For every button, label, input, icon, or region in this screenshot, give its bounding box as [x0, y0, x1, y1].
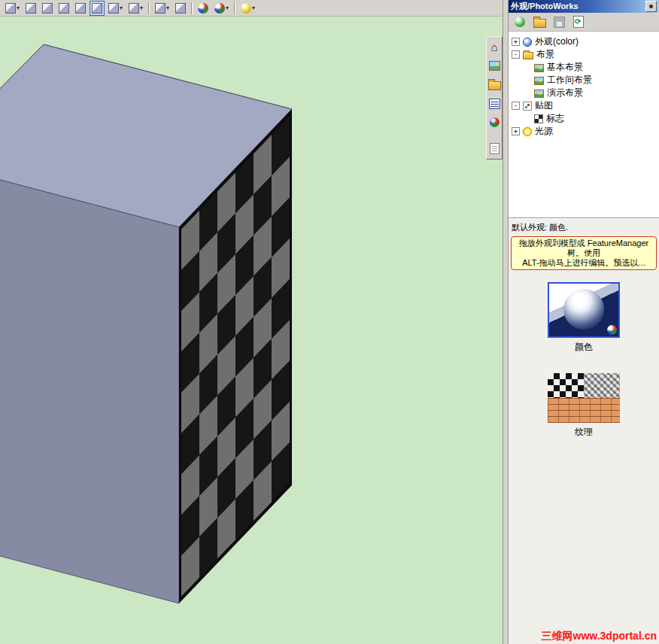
appearance-color-icon [523, 38, 532, 47]
section-view-button[interactable]: ▾ [126, 1, 145, 16]
tree-expander-icon[interactable]: + [512, 127, 520, 135]
dropdown-arrow-icon: ▾ [140, 5, 143, 11]
photoworks-preview-button[interactable] [487, 58, 503, 74]
tree-item-scenes[interactable]: -布景 [509, 48, 659, 61]
decals-icon [523, 102, 532, 111]
tree-item-logos[interactable]: 标志 [509, 112, 659, 125]
photoworks-open-icon [488, 81, 501, 90]
texture-preview[interactable]: 纹理 [509, 373, 659, 439]
graphics-viewport[interactable]: ⌂ [0, 17, 503, 644]
tree-item-label: 基本布景 [547, 61, 583, 74]
appearance-target-icon [241, 3, 251, 14]
chrome-sphere-icon [563, 289, 604, 330]
tree-item-presentation-scenes[interactable]: 演示布景 [509, 87, 659, 99]
toolbar-separator [148, 2, 150, 14]
tree-item-basic-scenes[interactable]: 基本布景 [509, 61, 659, 74]
viewport-3d[interactable] [0, 17, 503, 644]
hidden-lines-removed-button[interactable] [56, 1, 71, 16]
view-orientation-button[interactable]: ▾ [3, 1, 22, 16]
hint-line-3: ALT-拖动马上进行编辑。预选以... [512, 258, 655, 268]
photoworks-layout-button[interactable] [487, 96, 503, 111]
photoworks-render-area-button[interactable]: ▾ [212, 1, 231, 16]
presentation-scenes-icon [534, 90, 544, 98]
color-preview-label: 颜色 [509, 341, 659, 354]
photoworks-render-button[interactable] [196, 1, 211, 16]
camera-views-button[interactable] [173, 1, 188, 16]
panel-toolbar [509, 13, 659, 32]
dropdown-arrow-icon: ▾ [226, 5, 229, 11]
tree-item-decals[interactable]: -贴图 [509, 99, 659, 112]
view-orientation-icon [5, 3, 16, 14]
standard-views-button[interactable]: ▾ [153, 1, 172, 16]
update-preview-icon [573, 16, 584, 28]
texture-preview-image [548, 373, 620, 423]
toolbar-separator [234, 2, 235, 14]
shadows-in-shaded-mode-button[interactable]: ▾ [106, 1, 125, 16]
open-archive-icon [533, 19, 546, 28]
default-appearance-label: 默认外观: 颜色. [509, 219, 659, 235]
texture-preview-label: 纹理 [509, 426, 659, 439]
model-box[interactable] [0, 44, 292, 603]
hidden-lines-visible-button[interactable] [40, 1, 55, 16]
save-button[interactable] [550, 14, 568, 30]
tree-item-label: 光源 [535, 125, 553, 138]
photoworks-side-toolbar: ⌂ [486, 36, 503, 159]
color-preview[interactable]: 颜色 [509, 282, 659, 354]
wireframe-button[interactable] [23, 1, 38, 16]
brick-swatch-icon [548, 398, 620, 423]
tree-expander-icon[interactable]: - [512, 50, 520, 59]
toolbar-separator [191, 2, 193, 14]
appearance-target-button[interactable]: ▾ [238, 1, 257, 16]
photoworks-colors-icon [490, 117, 500, 127]
scenes-icon [523, 52, 533, 59]
tree-item-label: 标志 [546, 112, 564, 125]
save-icon [554, 17, 565, 28]
wireframe-icon [26, 3, 36, 14]
hint-note: 拖放外观到模型或 FeatureManager 树。使用 ALT-拖动马上进行编… [511, 236, 657, 270]
tree-item-studio-scenes[interactable]: 工作间布景 [509, 74, 659, 87]
application-window: ▾▾▾▾▾▾ ⌂ 外观/PhotoWorks +外观(color)-布景基本布景… [0, 0, 659, 644]
tree-item-label: 贴图 [535, 99, 553, 112]
pin-icon [649, 5, 653, 8]
tree-expander-icon[interactable]: - [512, 102, 520, 110]
hint-line-2: 树。使用 [512, 248, 655, 258]
tree-item-lights[interactable]: +光源 [509, 125, 659, 138]
panel-pin-button[interactable] [645, 1, 657, 12]
update-preview-button[interactable] [569, 14, 588, 30]
dropdown-arrow-icon: ▾ [17, 5, 20, 11]
tree-item-label: 演示布景 [547, 87, 583, 99]
open-archive-button[interactable] [530, 14, 548, 30]
photoworks-render-icon [198, 3, 208, 14]
basic-scenes-icon [534, 64, 544, 72]
tree-item-label: 布景 [536, 48, 554, 61]
photoworks-render-area-icon [214, 3, 225, 14]
box-left-face[interactable] [0, 161, 179, 603]
panel-splitter[interactable] [503, 0, 509, 644]
shaded-button[interactable] [90, 1, 105, 16]
camera-views-icon [175, 3, 186, 14]
photoworks-colors-button[interactable] [487, 114, 503, 130]
shadows-in-shaded-mode-icon [108, 3, 119, 14]
tree-item-appearance-color[interactable]: +外观(color) [509, 35, 659, 48]
photoworks-open-button[interactable] [487, 77, 503, 93]
tree-item-label: 工作间布景 [547, 74, 592, 87]
photoworks-home-button[interactable]: ⌂ [487, 39, 503, 55]
shaded-with-edges-icon [75, 3, 86, 14]
checker-swatch-icon [548, 373, 584, 398]
photoworks-notes-icon [490, 143, 500, 154]
panel-title-bar: 外观/PhotoWorks [509, 0, 659, 13]
shaded-icon [92, 3, 102, 14]
studio-scenes-icon [534, 77, 544, 85]
add-appearance-icon [515, 17, 525, 27]
add-appearance-button[interactable] [511, 14, 529, 30]
dropdown-arrow-icon: ▾ [252, 5, 255, 11]
appearance-tree: +外观(color)-布景基本布景工作间布景演示布景-贴图标志+光源 [509, 32, 659, 218]
hidden-lines-visible-icon [42, 3, 53, 14]
tree-expander-icon[interactable]: + [512, 38, 520, 46]
photoworks-notes-button[interactable] [487, 141, 503, 156]
main-area: ▾▾▾▾▾▾ ⌂ [0, 0, 503, 644]
dropdown-arrow-icon: ▾ [120, 5, 123, 11]
standard-views-icon [155, 3, 166, 14]
section-view-icon [129, 3, 139, 14]
shaded-with-edges-button[interactable] [73, 1, 88, 16]
